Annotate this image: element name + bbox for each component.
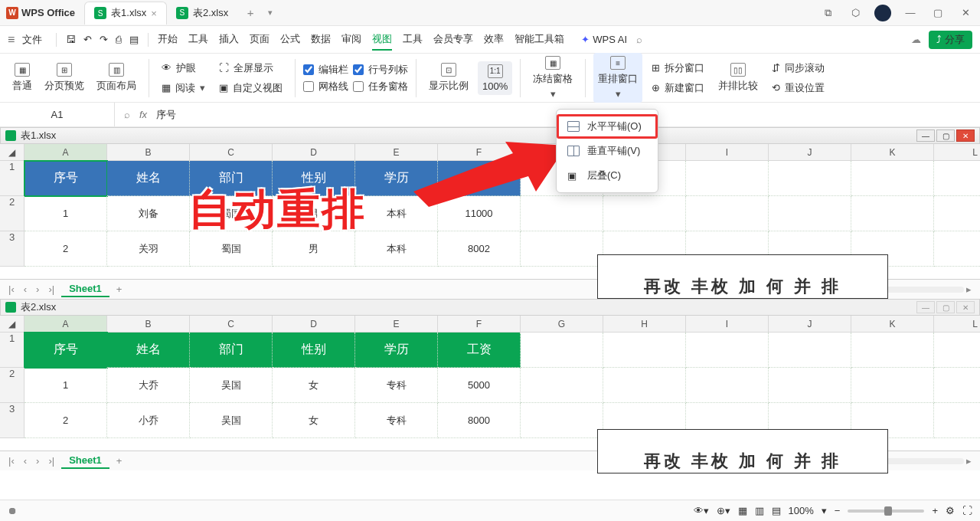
nav-last-icon[interactable]: ›|: [46, 283, 57, 295]
editbar-checkbox[interactable]: 编辑栏: [303, 63, 348, 77]
col-header[interactable]: C: [190, 144, 273, 161]
search-icon[interactable]: ⌕: [124, 109, 130, 120]
close-icon[interactable]: ×: [151, 8, 157, 19]
nav-prev-icon[interactable]: ‹: [21, 283, 29, 295]
menu-formula[interactable]: 公式: [280, 29, 300, 51]
new-window-button[interactable]: ⊕新建窗口: [647, 80, 709, 97]
add-sheet-icon[interactable]: +: [114, 283, 125, 295]
col-header[interactable]: K: [851, 316, 934, 333]
col-header[interactable]: G: [521, 316, 603, 333]
nav-prev-icon[interactable]: ‹: [21, 455, 29, 467]
tab-doc2[interactable]: S 表2.xlsx: [167, 2, 237, 25]
cell[interactable]: 2: [24, 231, 107, 267]
col-header[interactable]: I: [686, 144, 769, 161]
zoom-out-icon[interactable]: −: [835, 505, 841, 516]
cell[interactable]: 女: [273, 403, 355, 438]
menu-review[interactable]: 审阅: [341, 29, 361, 51]
cell[interactable]: 学历: [355, 333, 438, 368]
menu-tools[interactable]: 工具: [188, 29, 208, 51]
cell[interactable]: 1: [24, 368, 107, 403]
cell[interactable]: 本科: [355, 231, 438, 267]
cell[interactable]: 女: [273, 368, 355, 403]
zoom-slider[interactable]: [848, 510, 924, 513]
target-icon[interactable]: ⊕▾: [717, 505, 730, 516]
col-header[interactable]: A: [24, 316, 107, 333]
tab-menu-button[interactable]: ▾: [263, 6, 277, 20]
cell[interactable]: 2: [24, 403, 107, 438]
cell[interactable]: 刘备: [107, 196, 190, 231]
col-header[interactable]: B: [107, 316, 190, 333]
gridlines-checkbox[interactable]: 网格线: [303, 80, 348, 93]
search-icon[interactable]: ⌕: [636, 34, 642, 45]
nav-next-icon[interactable]: ›: [34, 283, 41, 295]
zoom-value[interactable]: 100%: [789, 505, 814, 516]
minimize-icon[interactable]: —: [902, 5, 919, 21]
custom-view-button[interactable]: ▣自定义视图: [214, 80, 287, 97]
zoom-button[interactable]: ⊡显示比例: [424, 60, 473, 96]
col-header[interactable]: D: [273, 144, 355, 161]
expand-icon[interactable]: ⛶: [962, 505, 972, 516]
copy-icon[interactable]: ⧉: [819, 5, 836, 21]
menu-member[interactable]: 会员专享: [433, 29, 473, 51]
cell[interactable]: 专科: [355, 403, 438, 438]
row-header[interactable]: 1: [0, 161, 24, 196]
nav-last-icon[interactable]: ›|: [46, 455, 57, 467]
menu-data[interactable]: 数据: [311, 29, 331, 51]
select-all[interactable]: ◢: [0, 144, 24, 161]
cloud-icon[interactable]: ☁: [911, 34, 921, 45]
normal-view-button[interactable]: ▦普通: [8, 60, 37, 96]
undo-icon[interactable]: ↶: [83, 34, 92, 45]
cell[interactable]: 姓名: [107, 333, 190, 368]
row-header[interactable]: 1: [0, 333, 24, 368]
win-close-icon[interactable]: ✕: [956, 301, 975, 313]
menu-smart[interactable]: 智能工具箱: [514, 29, 564, 51]
view-split-icon[interactable]: ▥: [755, 505, 764, 516]
select-all[interactable]: ◢: [0, 316, 24, 333]
record-icon[interactable]: ⏺: [8, 505, 18, 516]
wps-ai-button[interactable]: ✦ WPS AI: [581, 34, 627, 45]
taskpane-checkbox[interactable]: 任务窗格: [353, 80, 408, 93]
cell[interactable]: 关羽: [107, 231, 190, 267]
page-preview-button[interactable]: ⊞分页预览: [40, 60, 89, 96]
redo-icon[interactable]: ↷: [100, 34, 108, 45]
menu-page[interactable]: 页面: [250, 29, 270, 51]
share-button[interactable]: ⤴ 分享: [929, 31, 972, 49]
col-header[interactable]: J: [769, 144, 851, 161]
cell[interactable]: 大乔: [107, 368, 190, 403]
col-header[interactable]: I: [686, 316, 769, 333]
sheet-tab[interactable]: Sheet1: [61, 281, 109, 297]
cell[interactable]: 序号: [24, 161, 107, 196]
cell[interactable]: 部门: [190, 333, 273, 368]
cell[interactable]: 1: [24, 196, 107, 231]
menu-start[interactable]: 开始: [158, 29, 178, 51]
col-header[interactable]: L: [934, 316, 980, 333]
row-header[interactable]: 3: [0, 403, 24, 438]
settings-icon[interactable]: ⚙: [946, 505, 955, 516]
file-menu[interactable]: 文件: [22, 33, 42, 47]
cube-icon[interactable]: ⬡: [847, 5, 864, 21]
cell[interactable]: 8002: [438, 231, 521, 267]
add-sheet-icon[interactable]: +: [114, 455, 125, 467]
win-max-icon[interactable]: ▢: [936, 301, 955, 313]
cell[interactable]: 吴国: [190, 403, 273, 438]
view-page-icon[interactable]: ▤: [772, 505, 781, 516]
fx-icon[interactable]: fx: [139, 109, 147, 120]
col-header[interactable]: F: [438, 316, 521, 333]
maximize-icon[interactable]: ▢: [929, 5, 946, 21]
eye-protect-button[interactable]: 👁护眼: [157, 60, 210, 77]
zoom-in-icon[interactable]: +: [932, 505, 938, 516]
win-max-icon[interactable]: ▢: [936, 129, 955, 142]
view-normal-icon[interactable]: ▦: [738, 505, 747, 516]
col-header[interactable]: B: [107, 144, 190, 161]
cell[interactable]: 小乔: [107, 403, 190, 438]
cell-name-box[interactable]: A1: [0, 103, 115, 126]
save-icon[interactable]: 🖫: [66, 34, 76, 45]
eye-icon[interactable]: 👁▾: [694, 505, 709, 516]
cell[interactable]: 性别: [273, 333, 355, 368]
cell[interactable]: 5000: [438, 368, 521, 403]
horizontal-tile-item[interactable]: 水平平铺(O): [557, 114, 658, 139]
col-header[interactable]: A: [24, 144, 107, 161]
menu-tools2[interactable]: 工具: [403, 29, 423, 51]
menu-efficiency[interactable]: 效率: [484, 29, 504, 51]
nav-first-icon[interactable]: |‹: [6, 455, 17, 467]
